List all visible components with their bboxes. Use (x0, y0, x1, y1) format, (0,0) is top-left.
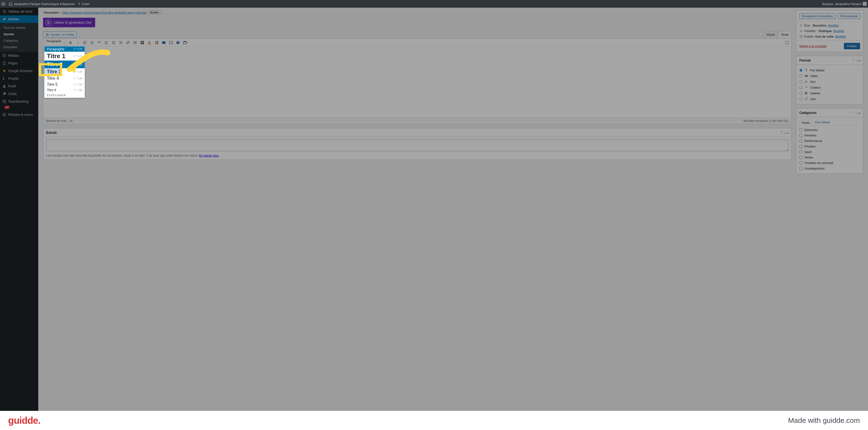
align-left-button[interactable] (103, 39, 110, 46)
bold-button[interactable]: B (67, 39, 74, 46)
cat-epreuves[interactable]: Epreuves (799, 127, 860, 133)
insert-gallery-button[interactable] (175, 39, 182, 46)
format-citation[interactable]: Citation (799, 85, 860, 90)
submenu-all[interactable]: Tous les articles (0, 24, 38, 31)
shortcode-button[interactable] (153, 39, 160, 46)
wp-logo[interactable] (1, 2, 5, 6)
bullet-list-button[interactable] (82, 39, 88, 46)
cat-troubles[interactable]: Troubles du sommeil (799, 160, 860, 166)
cat-stress[interactable]: Stress (799, 155, 860, 160)
permalink-edit-button[interactable]: Modifier (148, 10, 161, 15)
italic-button[interactable]: I (74, 39, 81, 46)
cat-femmes[interactable]: Femmes (799, 133, 860, 138)
cat-epreuves-cb[interactable] (799, 128, 803, 132)
site-link[interactable]: Jacqueline Parayre Sophrologue à Bayonne (9, 2, 74, 6)
extrait-learn-more-link[interactable]: En savoir plus (199, 154, 219, 157)
format-option-titre2[interactable]: Titre 2(⌃⌥2) (44, 61, 85, 68)
format-galerie-radio[interactable] (799, 92, 803, 95)
format-option-paragraphe[interactable]: Paragraphe(⌃⌥7) (44, 47, 85, 52)
tab-text[interactable]: Texte (778, 31, 792, 38)
format-up-icon[interactable]: ⌃ (852, 59, 855, 62)
menu-pages[interactable]: Pages (0, 59, 38, 67)
preview-button[interactable]: Prévisualiser (838, 13, 861, 19)
save-draft-button[interactable]: Enregistrer le brouillon (799, 13, 836, 19)
menu-articles[interactable]: Articles (0, 15, 38, 23)
menu-google-reviews[interactable]: Google Reviews (0, 67, 38, 75)
cat-up-icon[interactable]: ⌃ (852, 111, 855, 114)
format-down-icon[interactable]: ⌄ (855, 59, 858, 62)
format-citation-radio[interactable] (799, 86, 803, 89)
cat-performance[interactable]: Performance (799, 138, 860, 144)
blockquote-button[interactable] (96, 39, 102, 46)
format-option-titre1[interactable]: Titre 1(⌃⌥1) (44, 52, 85, 61)
format-option-titre3[interactable]: Titre 3(⌃⌥3) (44, 68, 85, 75)
text-color-button[interactable]: A (146, 39, 153, 46)
menu-dashboard[interactable]: Tableau de bord (0, 8, 38, 15)
insert-image-button[interactable] (160, 39, 167, 46)
format-lien[interactable]: Lien (799, 96, 860, 102)
format-option-titre5[interactable]: Titre 5(⌃⌥5) (44, 82, 85, 87)
format-son-radio[interactable] (799, 80, 803, 83)
cat-tab-most[interactable]: Plus utilisés (813, 120, 832, 125)
insert-calendar-button[interactable]: ▾ (182, 39, 189, 46)
format-video-radio[interactable] (799, 75, 803, 78)
link-button[interactable] (125, 39, 131, 46)
tab-visual[interactable]: Visuel (763, 31, 778, 38)
extrait-up-icon[interactable]: ⌃ (780, 131, 783, 134)
format-toggle-icon[interactable]: ▴ (859, 59, 860, 62)
format-option-titre6[interactable]: Titre 6(⌃⌥6) (44, 87, 85, 93)
schedule-edit-link[interactable]: Modifier (835, 35, 846, 38)
numbered-list-button[interactable]: 123 (89, 39, 95, 46)
cat-sport-cb[interactable] (799, 150, 803, 153)
format-son[interactable]: Son (799, 79, 860, 85)
cat-phobies[interactable]: Phobies (799, 144, 860, 149)
fullscreen-button[interactable] (783, 39, 790, 46)
format-default-radio[interactable] (799, 69, 803, 72)
submenu-categories[interactable]: Catégories (0, 37, 38, 44)
cat-tab-all[interactable]: Toutes (799, 120, 812, 126)
align-center-button[interactable] (110, 39, 117, 46)
trash-link[interactable]: Mettre à la corbeille (799, 44, 827, 48)
editor-body[interactable] (43, 47, 791, 118)
format-lien-radio[interactable] (799, 97, 803, 101)
permalink-url[interactable]: https://parayre-sophrologue.fr/un-titre-… (62, 11, 146, 15)
cat-troubles-cb[interactable] (799, 161, 803, 165)
format-galerie[interactable]: Galerie (799, 90, 860, 96)
cat-performance-cb[interactable] (799, 139, 803, 142)
cat-toggle-icon[interactable]: ▴ (859, 111, 860, 114)
cat-down-icon[interactable]: ⌄ (855, 111, 858, 114)
divi-builder-button[interactable]: D Utiliser le générateur Divi (43, 18, 95, 27)
visibility-edit-link[interactable]: Modifier (833, 29, 844, 33)
extrait-down-icon[interactable]: ⌄ (783, 131, 786, 134)
status-edit-link[interactable]: Modifier (828, 24, 839, 27)
toolbar-toggle-button[interactable] (139, 39, 146, 46)
format-video[interactable]: Vidéo (799, 73, 860, 79)
add-media-button[interactable]: Ajouter un média (43, 32, 76, 37)
menu-collapse[interactable]: Réduire le menu (0, 111, 38, 118)
extrait-textarea[interactable] (46, 140, 788, 151)
more-button[interactable] (132, 39, 138, 46)
format-default[interactable]: Par défaut (799, 67, 860, 73)
cat-uncategorized[interactable]: Uncategorized (799, 166, 860, 171)
format-select[interactable]: Paragraphe (44, 39, 67, 46)
cat-uncategorized-cb[interactable] (799, 167, 803, 170)
insert-video-button[interactable] (167, 39, 174, 46)
submenu-add[interactable]: Ajouter (0, 31, 38, 37)
menu-teambooking[interactable]: TeamBooking (0, 98, 38, 105)
menu-outils[interactable]: Outils (0, 90, 38, 98)
menu-projets[interactable]: Projets (0, 75, 38, 82)
align-right-button[interactable] (117, 39, 124, 46)
format-option-titre4[interactable]: Titre 4(⌃⌥4) (44, 75, 85, 82)
publish-button[interactable]: Publier (844, 43, 860, 49)
extrait-toggle-icon[interactable]: ▴ (787, 131, 788, 134)
cat-femmes-cb[interactable] (799, 134, 803, 137)
cat-phobies-cb[interactable] (799, 145, 803, 148)
greeting[interactable]: Bonjour, Jacqueline Parayre (822, 2, 867, 6)
cat-sport[interactable]: Sport (799, 149, 860, 155)
submenu-tags[interactable]: Étiquettes (0, 44, 38, 50)
format-option-preformate[interactable]: Préformaté (44, 93, 85, 98)
new-content[interactable]: +Créer (78, 2, 89, 6)
menu-profil[interactable]: Profil (0, 82, 38, 90)
cat-stress-cb[interactable] (799, 156, 803, 159)
menu-medias[interactable]: Médias (0, 52, 38, 59)
